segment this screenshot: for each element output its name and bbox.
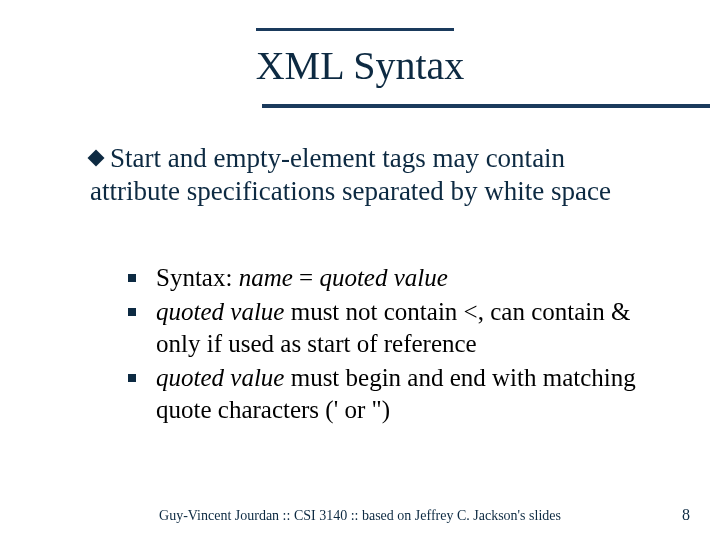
footer-text: Guy-Vincent Jourdan :: CSI 3140 :: based…	[0, 508, 720, 524]
sub-bullet-list: Syntax: name = quoted value quoted value…	[128, 262, 670, 428]
sub1-italic1: name	[239, 264, 293, 291]
sub2-mono2: &	[611, 298, 630, 325]
diamond-icon	[88, 150, 105, 167]
main-bullet: Start and empty-element tags may contain…	[90, 142, 660, 208]
sub3-tail: )	[382, 396, 390, 423]
slide-title: XML Syntax	[0, 42, 720, 89]
top-rule	[256, 28, 454, 31]
page-number: 8	[682, 506, 690, 524]
sub2-mid1: must not contain	[284, 298, 463, 325]
sub2-mono1: <	[464, 298, 478, 325]
sub3-italic1: quoted value	[156, 364, 284, 391]
sub3-mono2: "	[372, 396, 382, 423]
sub-bullet-3: quoted value must begin and end with mat…	[128, 362, 670, 426]
sub2-italic1: quoted value	[156, 298, 284, 325]
sub-bullet-2: quoted value must not contain <, can con…	[128, 296, 670, 360]
square-icon	[128, 308, 136, 316]
title-underline	[262, 104, 710, 108]
sub-bullet-1: Syntax: name = quoted value	[128, 262, 670, 294]
sub1-italic2: quoted value	[319, 264, 447, 291]
sub2-mid2: , can contain	[478, 298, 611, 325]
main-bullet-text: Start and empty-element tags may contain…	[90, 143, 611, 206]
sub2-tail: only if used as start of reference	[156, 330, 477, 357]
sub1-mid1: =	[293, 264, 320, 291]
sub3-mid2: or	[338, 396, 371, 423]
square-icon	[128, 374, 136, 382]
sub1-prefix: Syntax:	[156, 264, 239, 291]
square-icon	[128, 274, 136, 282]
